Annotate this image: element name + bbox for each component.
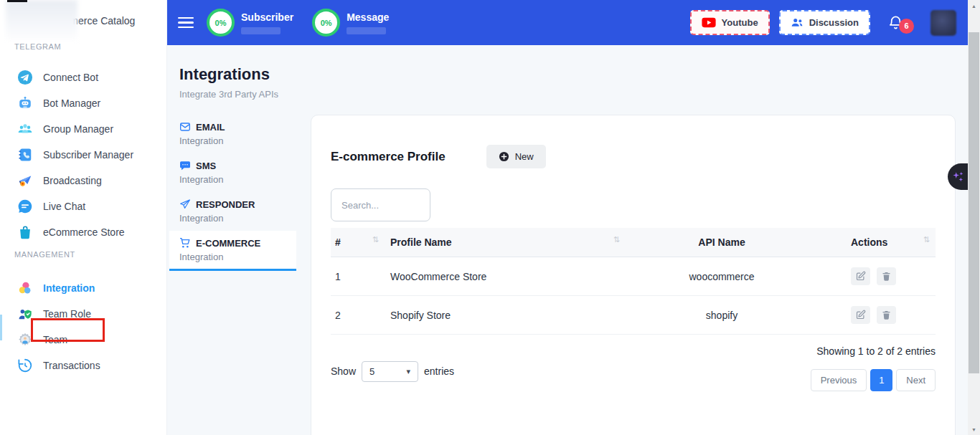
- search-input[interactable]: [331, 188, 430, 221]
- integration-subnav: EMAIL Integration SMS Integration RESPON…: [169, 115, 296, 272]
- message-stat: 0% Message: [312, 9, 389, 37]
- sidebar-item-transactions[interactable]: Transactions: [0, 353, 166, 378]
- shopping-bag-icon: [17, 224, 33, 240]
- subscriber-label: Subscriber: [241, 11, 293, 23]
- subscriber-progress-ring: 0%: [207, 9, 235, 37]
- page-size-select[interactable]: 5 ▾: [362, 361, 418, 382]
- logo-fragment: [7, 0, 27, 2]
- subnav-subtitle-text: Integration: [179, 174, 286, 185]
- subnav-item-email[interactable]: EMAIL Integration: [169, 115, 296, 153]
- sidebar-item-broadcasting[interactable]: Broadcasting: [0, 168, 166, 193]
- sidebar-item-label: Group Manager: [43, 123, 113, 135]
- contact-book-icon: [17, 147, 33, 163]
- profiles-table: #⇅ Profile Name⇅ API Name Actions⇅ 1: [331, 228, 936, 335]
- app-logo: [6, 0, 77, 40]
- sidebar-item-label: Broadcasting: [43, 175, 102, 186]
- sparkles-icon: [951, 170, 965, 183]
- header-actions[interactable]: Actions⇅: [818, 228, 936, 257]
- sidebar-item-label: Connect Bot: [43, 72, 98, 83]
- subscriber-stat-text: Subscriber: [241, 9, 293, 34]
- card-title: E-commerce Profile: [331, 150, 446, 164]
- edit-button[interactable]: [851, 306, 870, 324]
- sidebar-item-connect-bot[interactable]: Connect Bot: [0, 64, 166, 90]
- discussion-button-label: Discussion: [809, 17, 859, 28]
- message-percent: 0%: [321, 19, 332, 27]
- scrollbar-thumb[interactable]: [969, 32, 979, 373]
- edit-icon: [855, 310, 866, 320]
- subscriber-percent: 0%: [215, 19, 227, 27]
- broadcast-flag-icon: [17, 173, 33, 188]
- subnav-title-text: E-COMMERCE: [196, 238, 260, 249]
- users-icon: [791, 17, 804, 28]
- sidebar-item-label: Transactions: [43, 360, 100, 371]
- showing-entries-text: Showing 1 to 2 of 2 entries: [816, 345, 936, 357]
- scroll-up-arrow-icon[interactable]: ▲: [968, 0, 980, 11]
- entries-label: entries: [424, 365, 454, 377]
- hamburger-menu-icon[interactable]: [178, 14, 194, 32]
- sms-bubble-icon: [179, 160, 191, 171]
- page-title: Integrations: [179, 65, 278, 84]
- ecommerce-profile-card: E-commerce Profile New #⇅ Profile Name⇅: [311, 115, 956, 435]
- robot-icon: [17, 95, 33, 111]
- cell-profile-name: WooCommerce Store: [385, 257, 626, 296]
- sidebar-item-bot-manager[interactable]: Bot Manager: [0, 90, 166, 116]
- new-profile-button[interactable]: New: [486, 145, 546, 168]
- header-profile-name[interactable]: Profile Name⇅: [385, 228, 626, 257]
- pagination: Previous 1 Next: [811, 369, 936, 391]
- page-size-control: Show 5 ▾ entries: [331, 351, 454, 391]
- sidebar-item-integration[interactable]: Integration: [0, 275, 166, 301]
- sidebar-section-telegram: TELEGRAM: [0, 41, 166, 52]
- header-api-name[interactable]: API Name: [626, 228, 818, 257]
- page-size-value: 5: [369, 366, 374, 377]
- subnav-item-ecommerce[interactable]: E-COMMERCE Integration: [169, 231, 296, 271]
- show-label: Show: [331, 365, 356, 377]
- sidebar-item-live-chat[interactable]: Live Chat: [0, 193, 166, 219]
- previous-page-button[interactable]: Previous: [811, 369, 867, 391]
- page-header: Integrations Integrate 3rd Party APIs: [179, 65, 278, 100]
- sidebar-item-label: Bot Manager: [43, 97, 100, 109]
- next-page-button[interactable]: Next: [896, 369, 936, 391]
- subnav-item-responder[interactable]: RESPONDER Integration: [169, 192, 296, 230]
- discussion-button[interactable]: Discussion: [779, 10, 870, 35]
- subnav-item-sms[interactable]: SMS Integration: [169, 153, 296, 191]
- trash-icon: [881, 271, 892, 282]
- subnav-subtitle-text: Integration: [179, 252, 286, 262]
- notifications-button[interactable]: 6: [887, 14, 905, 32]
- message-redacted-value: [347, 27, 386, 34]
- clock-history-icon: [17, 358, 33, 373]
- cell-api-name: woocommerce: [626, 257, 818, 296]
- table-footer: Show 5 ▾ entries Showing 1 to 2 of 2 ent…: [331, 345, 936, 391]
- annotation-highlight-box: [31, 318, 105, 342]
- color-circles-icon: [17, 280, 33, 296]
- sidebar: eCommerce Catalog TELEGRAM Connect Bot B…: [0, 0, 167, 435]
- delete-button[interactable]: [877, 267, 896, 285]
- cart-icon: [179, 237, 191, 249]
- youtube-button-label: Youtube: [722, 17, 758, 28]
- plus-circle-icon: [499, 151, 509, 162]
- subscriber-redacted-value: [241, 27, 281, 34]
- page-subtitle: Integrate 3rd Party APIs: [179, 89, 278, 100]
- main-content: Integrations Integrate 3rd Party APIs EM…: [167, 45, 968, 435]
- subnav-title-text: SMS: [196, 161, 216, 171]
- youtube-button[interactable]: Youtube: [690, 10, 770, 35]
- cell-profile-name: Shopify Store: [385, 296, 626, 335]
- avatar[interactable]: [930, 10, 956, 36]
- sidebar-item-label: Live Chat: [43, 201, 85, 212]
- new-button-label: New: [515, 151, 534, 162]
- delete-button[interactable]: [877, 306, 896, 324]
- sidebar-item-group-manager[interactable]: Group Manager: [0, 116, 166, 142]
- header-num[interactable]: #⇅: [331, 228, 385, 257]
- subnav-title-text: EMAIL: [196, 122, 225, 133]
- edit-button[interactable]: [851, 267, 870, 285]
- subnav-title-text: RESPONDER: [196, 199, 255, 210]
- current-page-button[interactable]: 1: [870, 369, 892, 391]
- active-item-indicator: [0, 315, 2, 340]
- topbar: 0% Subscriber 0% Message Youtube Discuss…: [167, 0, 968, 45]
- cell-num: 1: [331, 257, 385, 296]
- sidebar-item-subscriber-manager[interactable]: Subscriber Manager: [0, 142, 166, 168]
- sidebar-item-ecommerce-store[interactable]: eCommerce Store: [0, 219, 166, 245]
- user-group-icon: [17, 121, 33, 137]
- subnav-subtitle-text: Integration: [179, 213, 286, 224]
- scroll-down-arrow-icon[interactable]: ▼: [968, 424, 980, 435]
- table-row: 1 WooCommerce Store woocommerce: [331, 257, 936, 296]
